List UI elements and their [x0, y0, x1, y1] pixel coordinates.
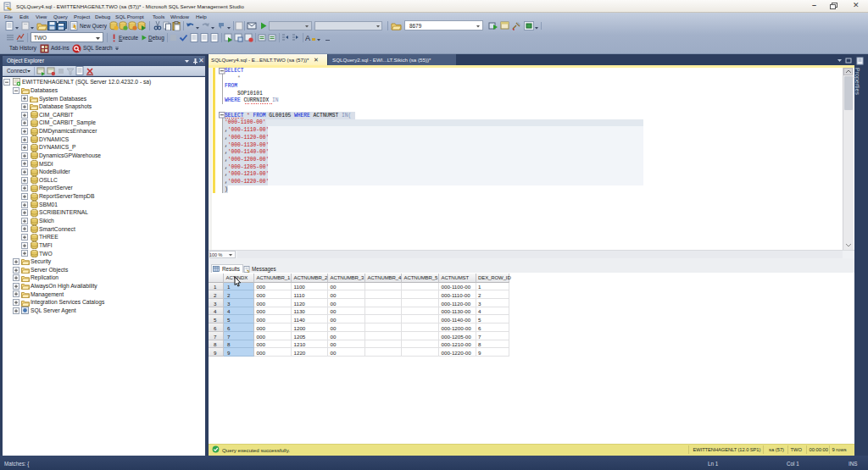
svg-text:A: A — [305, 34, 310, 42]
